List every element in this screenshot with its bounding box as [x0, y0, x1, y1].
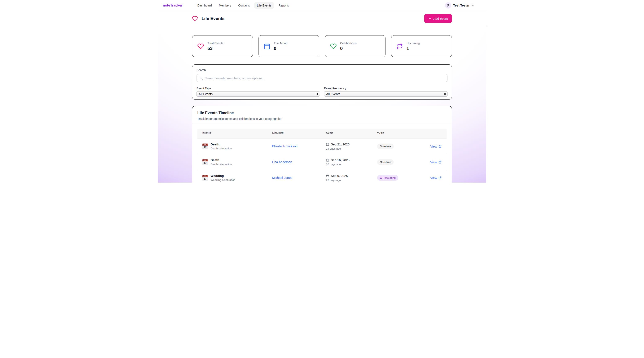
select-stepper-icon — [316, 93, 318, 95]
nav-item-reports[interactable]: Reports — [276, 2, 292, 9]
column-header-event: Event — [197, 132, 267, 135]
stat-card-celebrations: Celebrations 0 — [325, 35, 386, 57]
stat-label: This Month — [274, 41, 288, 45]
column-header-type: Type — [372, 132, 417, 135]
view-link[interactable]: View — [430, 176, 442, 180]
stat-label: Total Events — [208, 41, 223, 45]
repeat-icon — [380, 176, 382, 179]
event-date: Sep 21, 2025 — [331, 142, 350, 146]
stat-card-total-events: Total Events 53 — [192, 35, 253, 57]
event-name: Death — [210, 142, 232, 146]
calendar-emoji-icon: JUL 17 — [202, 159, 208, 165]
calendar-icon — [264, 43, 270, 50]
brand-logo[interactable]: noteTracker — [163, 3, 182, 8]
event-name: Wedding — [210, 174, 235, 177]
event-frequency-select[interactable]: All Events — [324, 91, 448, 97]
member-link[interactable]: Michael Jones — [272, 176, 292, 180]
event-description: Death celebration — [210, 163, 232, 166]
calendar-icon — [326, 158, 329, 161]
event-type-label: Event Type — [196, 87, 320, 90]
page: noteTracker Dashboard Members Contacts L… — [158, 0, 486, 183]
type-badge: One-time — [377, 159, 394, 165]
nav-item-life-events[interactable]: Life Events — [254, 2, 274, 9]
event-date: Sep 9, 2025 — [331, 174, 348, 177]
repeat-icon — [396, 43, 403, 50]
external-link-icon — [438, 176, 442, 180]
stat-value: 53 — [208, 46, 223, 51]
main-content: Total Events 53 This Month 0 Celebrati — [192, 26, 452, 183]
calendar-emoji-icon: JUL 17 — [202, 143, 208, 149]
column-header-date: Date — [321, 132, 372, 135]
avatar — [445, 2, 451, 9]
plus-icon — [428, 17, 432, 20]
event-name: Death — [210, 158, 232, 162]
stat-label: Celebrations — [340, 41, 357, 45]
event-description: Death celebration — [210, 147, 232, 150]
table-row: JUL 17 Death Death celebration Lisa Ande… — [197, 154, 447, 170]
table-header-row: Event Member Date Type — [197, 129, 447, 138]
event-type-select[interactable]: All Events — [196, 91, 320, 97]
chevron-down-icon — [471, 4, 474, 7]
top-navbar: noteTracker Dashboard Members Contacts L… — [158, 0, 486, 11]
external-link-icon — [438, 160, 442, 164]
external-link-icon — [438, 145, 442, 148]
type-badge-recurring: Recurring — [377, 175, 398, 181]
type-badge: One-time — [377, 143, 394, 149]
view-link[interactable]: View — [430, 160, 442, 164]
select-stepper-icon — [444, 93, 446, 95]
table-row: JUL 17 Wedding Wedding celebration Micha… — [197, 170, 447, 183]
member-link[interactable]: Lisa Anderson — [272, 160, 292, 164]
event-description: Wedding celebration — [210, 178, 235, 182]
event-date: Sep 16, 2025 — [331, 158, 350, 162]
table-row: JUL 17 Death Death celebration Elizabeth… — [197, 138, 447, 154]
timeline-title: Life Events Timeline — [197, 111, 447, 115]
stat-card-upcoming: Upcoming 1 — [391, 35, 452, 57]
view-link[interactable]: View — [430, 145, 442, 148]
stat-value: 0 — [340, 46, 357, 51]
timeline-subtitle: Track important milestones and celebrati… — [197, 117, 447, 120]
event-date-relative: 14 days ago — [326, 147, 372, 150]
event-date-relative: 26 days ago — [326, 178, 372, 182]
search-icon — [199, 76, 203, 80]
nav-item-contacts[interactable]: Contacts — [236, 2, 252, 9]
heart-icon — [197, 43, 204, 50]
stat-card-this-month: This Month 0 — [258, 35, 319, 57]
search-input[interactable] — [196, 74, 448, 82]
calendar-emoji-icon: JUL 17 — [202, 175, 208, 181]
stats-row: Total Events 53 This Month 0 Celebrati — [192, 35, 452, 57]
event-date-relative: 20 days ago — [326, 163, 372, 166]
event-frequency-label: Event Frequency — [324, 87, 448, 90]
user-name: Test Tester — [453, 4, 470, 7]
nav-item-dashboard[interactable]: Dashboard — [194, 2, 214, 9]
heart-icon — [330, 43, 337, 50]
calendar-icon — [326, 174, 329, 177]
stat-value: 0 — [274, 46, 288, 51]
user-menu[interactable]: Test Tester — [445, 2, 474, 9]
events-table: Event Member Date Type JUL 17 — [192, 124, 452, 183]
calendar-icon — [326, 143, 329, 146]
nav-item-members[interactable]: Members — [216, 2, 234, 9]
filters-panel: Search Event Type All Events Event Frequ… — [192, 64, 452, 100]
add-event-button[interactable]: Add Event — [424, 14, 452, 23]
timeline-panel: Life Events Timeline Track important mil… — [192, 106, 452, 183]
search-label: Search — [196, 68, 448, 72]
member-link[interactable]: Elizabeth Jackson — [272, 144, 298, 148]
user-icon — [446, 4, 450, 7]
column-header-member: Member — [267, 132, 321, 135]
stat-value: 1 — [406, 46, 420, 51]
page-title: Life Events — [202, 16, 224, 21]
heart-icon — [192, 16, 198, 21]
stat-label: Upcoming — [406, 41, 420, 45]
page-header: Life Events Add Event — [158, 11, 486, 26]
nav-links: Dashboard Members Contacts Life Events R… — [194, 2, 445, 9]
